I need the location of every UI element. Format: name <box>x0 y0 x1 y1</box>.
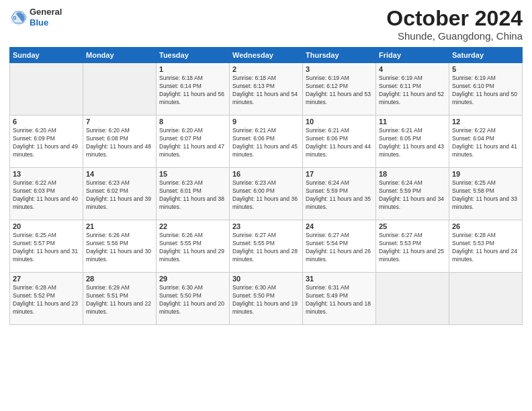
day-info: Sunrise: 6:20 AMSunset: 6:07 PMDaylight:… <box>159 127 226 159</box>
day-number: 9 <box>232 118 300 126</box>
calendar-body: 1Sunrise: 6:18 AMSunset: 6:14 PMDaylight… <box>10 63 523 325</box>
header-cell-thursday: Thursday <box>303 48 376 63</box>
calendar-week-1: 1Sunrise: 6:18 AMSunset: 6:14 PMDaylight… <box>10 63 523 116</box>
day-number: 25 <box>379 222 446 230</box>
calendar-cell: 8Sunrise: 6:20 AMSunset: 6:07 PMDaylight… <box>157 116 230 168</box>
calendar-cell: 31Sunrise: 6:31 AMSunset: 5:49 PMDayligh… <box>303 273 376 325</box>
day-number: 19 <box>452 170 519 178</box>
calendar-cell: 5Sunrise: 6:19 AMSunset: 6:10 PMDaylight… <box>449 63 523 116</box>
day-info: Sunrise: 6:24 AMSunset: 5:59 PMDaylight:… <box>379 179 446 212</box>
day-info: Sunrise: 6:29 AMSunset: 5:51 PMDaylight:… <box>86 284 153 316</box>
day-number: 6 <box>13 118 80 126</box>
day-number: 10 <box>306 118 373 126</box>
day-info: Sunrise: 6:27 AMSunset: 5:53 PMDaylight:… <box>379 232 446 264</box>
day-number: 8 <box>159 118 226 126</box>
day-number: 30 <box>232 275 300 283</box>
calendar-table: SundayMondayTuesdayWednesdayThursdayFrid… <box>9 47 523 325</box>
day-number: 3 <box>306 65 373 73</box>
header-cell-sunday: Sunday <box>10 48 83 63</box>
calendar-cell: 16Sunrise: 6:23 AMSunset: 6:00 PMDayligh… <box>230 168 303 220</box>
day-info: Sunrise: 6:20 AMSunset: 6:08 PMDaylight:… <box>86 127 153 159</box>
calendar-cell: 14Sunrise: 6:23 AMSunset: 6:02 PMDayligh… <box>83 168 157 220</box>
day-info: Sunrise: 6:21 AMSunset: 6:05 PMDaylight:… <box>379 127 446 159</box>
day-number: 27 <box>13 275 80 283</box>
calendar-cell: 19Sunrise: 6:25 AMSunset: 5:58 PMDayligh… <box>449 168 523 220</box>
calendar-cell: 18Sunrise: 6:24 AMSunset: 5:59 PMDayligh… <box>376 168 449 220</box>
calendar-header-row: SundayMondayTuesdayWednesdayThursdayFrid… <box>10 48 523 63</box>
day-number: 21 <box>86 222 153 230</box>
svg-text:G: G <box>13 15 17 19</box>
day-info: Sunrise: 6:19 AMSunset: 6:11 PMDaylight:… <box>379 75 446 107</box>
day-info: Sunrise: 6:28 AMSunset: 5:53 PMDaylight:… <box>452 232 519 264</box>
day-number: 15 <box>159 170 226 178</box>
day-info: Sunrise: 6:22 AMSunset: 6:03 PMDaylight:… <box>13 179 80 212</box>
calendar-cell: 4Sunrise: 6:19 AMSunset: 6:11 PMDaylight… <box>376 63 449 116</box>
calendar-cell: 10Sunrise: 6:21 AMSunset: 6:06 PMDayligh… <box>303 116 376 168</box>
logo-icon: G <box>9 8 28 27</box>
header-cell-tuesday: Tuesday <box>157 48 230 63</box>
day-info: Sunrise: 6:22 AMSunset: 6:04 PMDaylight:… <box>452 127 519 159</box>
day-info: Sunrise: 6:26 AMSunset: 5:56 PMDaylight:… <box>86 232 153 264</box>
calendar-cell: 24Sunrise: 6:27 AMSunset: 5:54 PMDayligh… <box>303 220 376 273</box>
day-number: 5 <box>452 65 519 73</box>
day-info: Sunrise: 6:21 AMSunset: 6:06 PMDaylight:… <box>232 127 300 159</box>
day-info: Sunrise: 6:30 AMSunset: 5:50 PMDaylight:… <box>159 284 226 316</box>
day-number: 20 <box>13 222 80 230</box>
day-info: Sunrise: 6:23 AMSunset: 6:00 PMDaylight:… <box>232 179 300 212</box>
header-cell-saturday: Saturday <box>449 48 523 63</box>
header: G General Blue October 2024 Shunde, Guan… <box>9 7 523 42</box>
day-number: 18 <box>379 170 446 178</box>
calendar-cell <box>10 63 83 116</box>
day-info: Sunrise: 6:30 AMSunset: 5:50 PMDaylight:… <box>232 284 300 316</box>
logo-blue: Blue <box>30 17 48 28</box>
calendar-cell: 1Sunrise: 6:18 AMSunset: 6:14 PMDaylight… <box>157 63 230 116</box>
header-cell-wednesday: Wednesday <box>230 48 303 63</box>
day-info: Sunrise: 6:23 AMSunset: 6:01 PMDaylight:… <box>159 179 226 212</box>
calendar-week-2: 6Sunrise: 6:20 AMSunset: 6:09 PMDaylight… <box>10 116 523 168</box>
calendar-week-5: 27Sunrise: 6:28 AMSunset: 5:52 PMDayligh… <box>10 273 523 325</box>
calendar-cell: 25Sunrise: 6:27 AMSunset: 5:53 PMDayligh… <box>376 220 449 273</box>
day-info: Sunrise: 6:23 AMSunset: 6:02 PMDaylight:… <box>86 179 153 212</box>
header-cell-friday: Friday <box>376 48 449 63</box>
calendar-cell: 20Sunrise: 6:25 AMSunset: 5:57 PMDayligh… <box>10 220 83 273</box>
page-container: G General Blue October 2024 Shunde, Guan… <box>0 0 532 332</box>
calendar-cell: 17Sunrise: 6:24 AMSunset: 5:59 PMDayligh… <box>303 168 376 220</box>
calendar-cell: 2Sunrise: 6:18 AMSunset: 6:13 PMDaylight… <box>230 63 303 116</box>
day-number: 28 <box>86 275 153 283</box>
logo-general: General <box>30 7 62 17</box>
day-number: 2 <box>232 65 300 73</box>
logo-text: General Blue <box>30 7 62 28</box>
day-info: Sunrise: 6:31 AMSunset: 5:49 PMDaylight:… <box>306 284 373 316</box>
day-info: Sunrise: 6:27 AMSunset: 5:54 PMDaylight:… <box>306 232 373 264</box>
day-number: 17 <box>306 170 373 178</box>
day-info: Sunrise: 6:18 AMSunset: 6:13 PMDaylight:… <box>232 75 300 107</box>
day-number: 22 <box>159 222 226 230</box>
calendar-cell: 7Sunrise: 6:20 AMSunset: 6:08 PMDaylight… <box>83 116 157 168</box>
day-info: Sunrise: 6:18 AMSunset: 6:14 PMDaylight:… <box>159 75 226 107</box>
day-info: Sunrise: 6:19 AMSunset: 6:10 PMDaylight:… <box>452 75 519 107</box>
calendar-cell <box>449 273 523 325</box>
location: Shunde, Guangdong, China <box>386 30 523 42</box>
day-info: Sunrise: 6:24 AMSunset: 5:59 PMDaylight:… <box>306 179 373 212</box>
calendar-cell: 21Sunrise: 6:26 AMSunset: 5:56 PMDayligh… <box>83 220 157 273</box>
calendar-cell: 23Sunrise: 6:27 AMSunset: 5:55 PMDayligh… <box>230 220 303 273</box>
calendar-cell: 26Sunrise: 6:28 AMSunset: 5:53 PMDayligh… <box>449 220 523 273</box>
title-block: October 2024 Shunde, Guangdong, China <box>386 7 523 42</box>
day-info: Sunrise: 6:25 AMSunset: 5:58 PMDaylight:… <box>452 179 519 212</box>
day-info: Sunrise: 6:20 AMSunset: 6:09 PMDaylight:… <box>13 127 80 159</box>
day-info: Sunrise: 6:25 AMSunset: 5:57 PMDaylight:… <box>13 232 80 264</box>
day-number: 4 <box>379 65 446 73</box>
day-number: 1 <box>159 65 226 73</box>
day-number: 29 <box>159 275 226 283</box>
calendar-cell: 9Sunrise: 6:21 AMSunset: 6:06 PMDaylight… <box>230 116 303 168</box>
day-info: Sunrise: 6:28 AMSunset: 5:52 PMDaylight:… <box>13 284 80 316</box>
header-cell-monday: Monday <box>83 48 157 63</box>
calendar-cell: 22Sunrise: 6:26 AMSunset: 5:55 PMDayligh… <box>157 220 230 273</box>
calendar-week-4: 20Sunrise: 6:25 AMSunset: 5:57 PMDayligh… <box>10 220 523 273</box>
calendar-week-3: 13Sunrise: 6:22 AMSunset: 6:03 PMDayligh… <box>10 168 523 220</box>
calendar-cell <box>376 273 449 325</box>
calendar-cell: 28Sunrise: 6:29 AMSunset: 5:51 PMDayligh… <box>83 273 157 325</box>
calendar-cell: 27Sunrise: 6:28 AMSunset: 5:52 PMDayligh… <box>10 273 83 325</box>
day-number: 24 <box>306 222 373 230</box>
logo: G General Blue <box>9 7 62 28</box>
